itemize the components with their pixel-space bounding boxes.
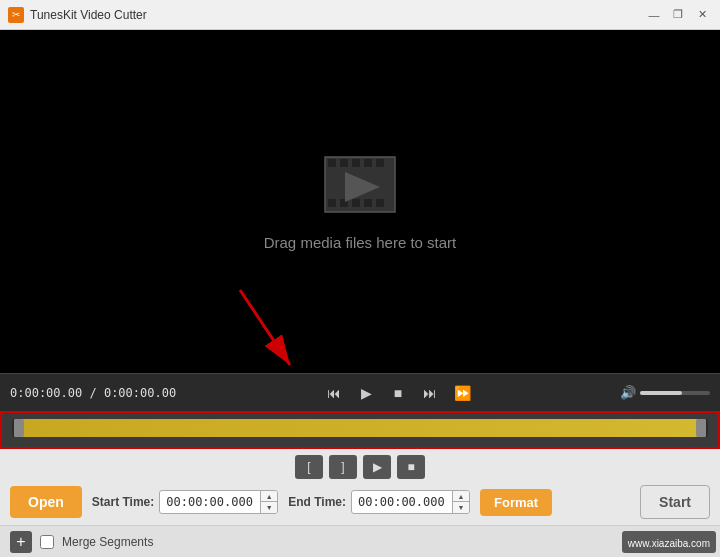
end-time-value: 00:00:00.000: [352, 491, 452, 513]
svg-rect-5: [376, 159, 384, 167]
start-time-value: 00:00:00.000: [160, 491, 260, 513]
step-back-button[interactable]: ⏮: [320, 379, 348, 407]
film-icon: [315, 152, 405, 222]
svg-rect-8: [352, 199, 360, 207]
title-bar-left: TunesKit Video Cutter: [8, 7, 147, 23]
time-display: 0:00:00.00 / 0:00:00.00: [10, 386, 176, 400]
volume-icon: 🔊: [620, 385, 636, 400]
mark-out-button[interactable]: ]: [329, 455, 357, 479]
merge-checkbox[interactable]: [40, 535, 54, 549]
close-button[interactable]: ✕: [692, 6, 712, 24]
stop-button[interactable]: ■: [384, 379, 412, 407]
svg-rect-6: [328, 199, 336, 207]
video-area: Drag media files here to start: [0, 30, 720, 373]
minimize-button[interactable]: —: [644, 6, 664, 24]
start-time-input[interactable]: 00:00:00.000 ▲ ▼: [159, 490, 278, 514]
timeline-handle-left[interactable]: [14, 419, 24, 437]
format-button[interactable]: Format: [480, 489, 552, 516]
controls-bar: 0:00:00.00 / 0:00:00.00 ⏮ ▶ ■ ⏭ ⏩ 🔊: [0, 373, 720, 411]
window-controls: — ❐ ✕: [644, 6, 712, 24]
svg-rect-1: [328, 159, 336, 167]
delete-segment-button[interactable]: ■: [397, 455, 425, 479]
add-segment-button[interactable]: +: [10, 531, 32, 553]
end-time-spinners: ▲ ▼: [452, 491, 469, 513]
end-time-control: End Time: 00:00:00.000 ▲ ▼: [288, 490, 470, 514]
volume-fill: [640, 391, 682, 395]
volume-area: 🔊: [620, 385, 710, 400]
svg-rect-10: [376, 199, 384, 207]
timeline-area: [0, 411, 720, 449]
svg-rect-4: [364, 159, 372, 167]
main-controls-row: Open Start Time: 00:00:00.000 ▲ ▼ End Ti…: [10, 485, 710, 519]
svg-rect-2: [340, 159, 348, 167]
app-icon: [8, 7, 24, 23]
merge-label: Merge Segments: [62, 535, 153, 549]
segment-controls: [ ] ▶ ■: [10, 455, 710, 479]
timeline-fill: [14, 419, 706, 437]
preview-button[interactable]: ▶: [363, 455, 391, 479]
start-time-label: Start Time:: [92, 495, 154, 509]
title-bar: TunesKit Video Cutter — ❐ ✕: [0, 0, 720, 30]
svg-rect-9: [364, 199, 372, 207]
step-forward-button[interactable]: ⏭: [416, 379, 444, 407]
open-button[interactable]: Open: [10, 486, 82, 518]
start-time-control: Start Time: 00:00:00.000 ▲ ▼: [92, 490, 278, 514]
timeline-handle-right[interactable]: [696, 419, 706, 437]
main-content: Drag media files here to start 0:00:00.0…: [0, 30, 720, 557]
play-button[interactable]: ▶: [352, 379, 380, 407]
svg-line-13: [240, 290, 290, 365]
timeline-track[interactable]: [12, 419, 708, 437]
red-arrow: [210, 280, 330, 384]
app-title: TunesKit Video Cutter: [30, 8, 147, 22]
watermark-text: www.xiazaiba.com: [628, 538, 710, 549]
footer-bar: + Merge Segments: [0, 525, 720, 557]
end-time-down[interactable]: ▼: [453, 502, 469, 513]
drag-text: Drag media files here to start: [264, 234, 457, 251]
start-time-down[interactable]: ▼: [261, 502, 277, 513]
end-time-label: End Time:: [288, 495, 346, 509]
volume-slider[interactable]: [640, 391, 710, 395]
start-time-up[interactable]: ▲: [261, 491, 277, 502]
watermark: www.xiazaiba.com: [622, 531, 716, 553]
start-time-spinners: ▲ ▼: [260, 491, 277, 513]
end-time-input[interactable]: 00:00:00.000 ▲ ▼: [351, 490, 470, 514]
end-time-up[interactable]: ▲: [453, 491, 469, 502]
bottom-controls: [ ] ▶ ■ Open Start Time: 00:00:00.000 ▲ …: [0, 449, 720, 525]
svg-rect-3: [352, 159, 360, 167]
start-button[interactable]: Start: [640, 485, 710, 519]
video-placeholder: Drag media files here to start: [264, 152, 457, 251]
mark-in-button[interactable]: [: [295, 455, 323, 479]
playback-buttons: ⏮ ▶ ■ ⏭ ⏩: [184, 379, 612, 407]
fast-forward-button[interactable]: ⏩: [448, 379, 476, 407]
maximize-button[interactable]: ❐: [668, 6, 688, 24]
